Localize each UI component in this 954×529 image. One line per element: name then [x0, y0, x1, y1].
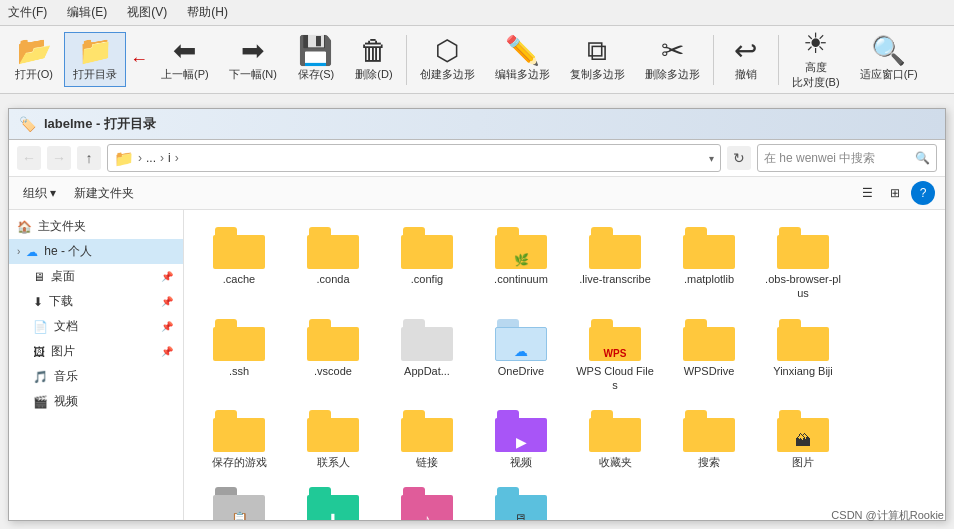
edit-polygon-button[interactable]: ✏️ 编辑多边形 [486, 32, 559, 87]
pin-icon: 📌 [161, 271, 173, 282]
sidebar-desktop-label: 桌面 [51, 268, 75, 285]
organize-button[interactable]: 组织 ▾ [19, 183, 60, 204]
folder-conda[interactable]: .conda [288, 220, 378, 308]
sidebar-item-pictures[interactable]: 🖼 图片 📌 [9, 339, 183, 364]
undo-button[interactable]: ↩ 撤销 [718, 32, 774, 87]
search-placeholder: 在 he wenwei 中搜索 [764, 150, 911, 167]
folder-appdata-name: AppDat... [404, 364, 450, 378]
path-bar[interactable]: 📁 › ... › i › ▾ [107, 144, 721, 172]
menu-view[interactable]: 视图(V) [123, 2, 171, 23]
save-button[interactable]: 💾 保存(S) [288, 32, 344, 87]
watermark: CSDN @计算机Rookie [831, 508, 944, 523]
undo-icon: ↩ [734, 37, 757, 65]
folder-obsbrowserplus[interactable]: .obs-browser-plus [758, 220, 848, 308]
music-icon: 🎵 [33, 370, 48, 384]
folder-config[interactable]: .config [382, 220, 472, 308]
path-dropdown[interactable]: ▾ [709, 153, 714, 164]
fit-window-button[interactable]: 🔍 适应窗口(F) [851, 32, 927, 87]
delete-button[interactable]: 🗑 删除(D) [346, 32, 402, 87]
next-button[interactable]: ➡ 下一幅(N) [220, 32, 286, 87]
folder-cache-name: .cache [223, 272, 255, 286]
sep2 [713, 35, 714, 85]
folder-wpsdrive-name: WPSDrive [684, 364, 735, 378]
folder-ssh[interactable]: .ssh [194, 312, 284, 400]
folder-continuum-name: .continuum [494, 272, 548, 286]
next-icon: ➡ [241, 37, 264, 65]
folder-savedgames-name: 保存的游戏 [212, 455, 267, 469]
folder-matplotlib[interactable]: .matplotlib [664, 220, 754, 308]
create-polygon-icon: ⬡ [435, 37, 459, 65]
delete-polygon-icon: ✂ [661, 37, 684, 65]
search-bar[interactable]: 在 he wenwei 中搜索 🔍 [757, 144, 937, 172]
folder-wpsdrive[interactable]: WPSDrive [664, 312, 754, 400]
folder-cache[interactable]: .cache [194, 220, 284, 308]
dialog-title: labelme - 打开目录 [44, 115, 156, 133]
desktop-icon: 🖥 [33, 270, 45, 284]
view-buttons: ☰ ⊞ ? [855, 181, 935, 205]
delete-polygon-button[interactable]: ✂ 删除多边形 [636, 32, 709, 87]
refresh-button[interactable]: ↻ [727, 146, 751, 170]
main-content: 🏠 主文件夹 › ☁ he - 个人 🖥 桌面 📌 ⬇ 下载 📌 📄 文档 [9, 210, 945, 520]
folder-obsbrowserplus-name: .obs-browser-plus [763, 272, 843, 301]
sidebar-item-music[interactable]: 🎵 音乐 [9, 364, 183, 389]
prev-icon: ⬅ [173, 37, 196, 65]
save-icon: 💾 [298, 37, 333, 65]
dialog-app-icon: 🏷️ [19, 116, 36, 132]
sidebar-he-label: he - 个人 [44, 243, 92, 260]
folder-contacts[interactable]: 联系人 [288, 403, 378, 476]
folder-downloads[interactable]: ⬇ 下载 [288, 480, 378, 520]
forward-button[interactable]: → [47, 146, 71, 170]
folder-yinxiangbiji[interactable]: Yinxiang Biji [758, 312, 848, 400]
folder-savedgames[interactable]: 保存的游戏 [194, 403, 284, 476]
folder-music[interactable]: ♪ 音乐 [382, 480, 472, 520]
sidebar-documents-label: 文档 [54, 318, 78, 335]
folder-links[interactable]: 链接 [382, 403, 472, 476]
folder-documents[interactable]: 📋 文档 [194, 480, 284, 520]
sidebar-section-he[interactable]: › ☁ he - 个人 [9, 239, 183, 264]
folder-vscode[interactable]: .vscode [288, 312, 378, 400]
folder-appdata[interactable]: AppDat... [382, 312, 472, 400]
next-label: 下一幅(N) [229, 67, 277, 82]
menu-help[interactable]: 帮助(H) [183, 2, 232, 23]
open-dir-button[interactable]: 📁 打开目录 [64, 32, 126, 87]
folder-links-name: 链接 [416, 455, 438, 469]
new-folder-button[interactable]: 新建文件夹 [70, 183, 138, 204]
view-grid-button[interactable]: ⊞ [883, 181, 907, 205]
menu-file[interactable]: 文件(F) [4, 2, 51, 23]
cmd-bar: 组织 ▾ 新建文件夹 ☰ ⊞ ? [9, 177, 945, 210]
sidebar: 🏠 主文件夹 › ☁ he - 个人 🖥 桌面 📌 ⬇ 下载 📌 📄 文档 [9, 210, 184, 520]
folder-livetranscribe[interactable]: .live-transcribe [570, 220, 660, 308]
folder-onedrive[interactable]: ☁ OneDrive [476, 312, 566, 400]
delete-polygon-label: 删除多边形 [645, 67, 700, 82]
open-button[interactable]: 📂 打开(O) [6, 32, 62, 87]
folder-search[interactable]: 搜索 [664, 403, 754, 476]
copy-polygon-button[interactable]: ⧉ 复制多边形 [561, 32, 634, 87]
view-more-button[interactable]: ? [911, 181, 935, 205]
path-chevron: › [138, 151, 142, 165]
folder-wpscloudfiles[interactable]: WPS WPS Cloud Files [570, 312, 660, 400]
file-grid: .cache .conda .config 🌿 .continuum [184, 210, 945, 520]
sidebar-item-documents[interactable]: 📄 文档 📌 [9, 314, 183, 339]
folder-videos[interactable]: ▶ 视频 [476, 403, 566, 476]
open-icon: 📂 [17, 37, 52, 65]
prev-button[interactable]: ⬅ 上一幅(P) [152, 32, 218, 87]
folder-pictures[interactable]: 🏔 图片 [758, 403, 848, 476]
view-list-button[interactable]: ☰ [855, 181, 879, 205]
folder-continuum[interactable]: 🌿 .continuum [476, 220, 566, 308]
folder-yinxiangbiji-name: Yinxiang Biji [773, 364, 833, 378]
folder-favorites[interactable]: 收藏夹 [570, 403, 660, 476]
folder-desktop[interactable]: 🖥 桌面 [476, 480, 566, 520]
folder-vscode-name: .vscode [314, 364, 352, 378]
sidebar-item-desktop[interactable]: 🖥 桌面 📌 [9, 264, 183, 289]
open-dir-icon: 📁 [78, 37, 113, 65]
up-button[interactable]: ↑ [77, 146, 101, 170]
create-polygon-button[interactable]: ⬡ 创建多边形 [411, 32, 484, 87]
back-button[interactable]: ← [17, 146, 41, 170]
sidebar-section-home[interactable]: 🏠 主文件夹 [9, 214, 183, 239]
sidebar-item-download[interactable]: ⬇ 下载 📌 [9, 289, 183, 314]
sidebar-item-videos[interactable]: 🎬 视频 [9, 389, 183, 414]
brightness-button[interactable]: ☀ 高度 比对度(B) [783, 25, 849, 95]
pin-icon4: 📌 [161, 346, 173, 357]
menu-edit[interactable]: 编辑(E) [63, 2, 111, 23]
documents-icon: 📄 [33, 320, 48, 334]
